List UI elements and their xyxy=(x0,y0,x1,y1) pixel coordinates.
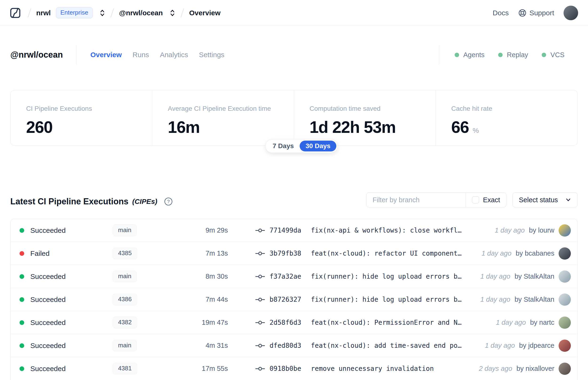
cipe-row[interactable]: Succeeded 4381 17m 55s 0918b0be remove u… xyxy=(11,357,577,380)
breadcrumb-page: Overview xyxy=(189,9,220,17)
commit-text: 0918b0be remove unnecessary invalidation xyxy=(269,365,472,373)
commit-hash: 771499da xyxy=(269,227,301,234)
commit-message: feat(nx-cloud): refactor UI component… xyxy=(311,249,462,257)
stat-card: CI Pipeline Executions260 xyxy=(11,90,152,145)
author: by nartc xyxy=(530,319,554,326)
nx-cloud-logo-icon xyxy=(10,7,21,18)
help-icon[interactable]: ? xyxy=(164,197,173,206)
workspace-title: @nrwl/ocean xyxy=(10,50,63,60)
breadcrumb-slash xyxy=(28,8,31,18)
range-option-7-days[interactable]: 7 Days xyxy=(267,141,300,152)
service-vcs[interactable]: VCS xyxy=(542,51,565,59)
breadcrumb-org[interactable]: nrwl xyxy=(36,9,51,17)
author-avatar xyxy=(559,293,571,306)
commit-hash: 3b79fb38 xyxy=(269,249,301,257)
row-meta: 1 day ago by nartc xyxy=(496,317,571,329)
chevron-up-down-icon xyxy=(99,8,105,18)
tab-runs[interactable]: Runs xyxy=(133,51,149,59)
user-avatar[interactable] xyxy=(564,6,578,20)
tab-overview[interactable]: Overview xyxy=(90,51,122,59)
author: by lourw xyxy=(529,227,554,234)
cipe-filters: Exact Select status xyxy=(366,192,578,208)
row-meta: 1 day ago by StalkAltan xyxy=(480,270,571,283)
stat-card: Cache hit rate66% xyxy=(436,90,578,145)
cipe-duration: 17m 55s xyxy=(160,365,228,373)
commit-text: 3b79fb38 feat(nx-cloud): refactor UI com… xyxy=(269,249,474,257)
branch-cell: 4382 xyxy=(113,317,160,328)
stat-card: Average CI Pipeline Execution time16m xyxy=(152,90,294,145)
author: by nixallover xyxy=(516,365,554,373)
cipe-table: Succeeded main 9m 29s 771499da fix(nx-ap… xyxy=(10,219,578,380)
tab-settings[interactable]: Settings xyxy=(199,51,224,59)
time-ago: 1 day ago xyxy=(481,249,511,257)
support-link[interactable]: Support xyxy=(518,9,554,17)
author: by jdpearce xyxy=(519,342,554,349)
branch-badge: 4386 xyxy=(113,294,137,305)
service-status-list: AgentsReplayVCS xyxy=(439,45,565,64)
stat-value: 260 xyxy=(26,119,148,135)
support-label: Support xyxy=(530,9,554,17)
commit-message: fix(nx-api & workflows): close workfl… xyxy=(311,227,462,234)
time-ago: 1 day ago xyxy=(480,296,510,303)
breadcrumb-workspace[interactable]: @nrwl/ocean xyxy=(119,9,163,17)
commit-text: 2d58f6d3 feat(nx-cloud): PermissionError… xyxy=(269,319,489,326)
cipe-duration: 19m 47s xyxy=(160,319,228,326)
cipe-duration: 7m 44s xyxy=(160,296,228,303)
docs-link[interactable]: Docs xyxy=(493,9,509,17)
service-replay[interactable]: Replay xyxy=(498,51,528,59)
commit-message: remove unnecessary invalidation xyxy=(311,365,434,373)
enterprise-badge: Enterprise xyxy=(56,7,93,18)
tab-analytics[interactable]: Analytics xyxy=(160,51,188,59)
branch-cell: 4381 xyxy=(113,363,160,374)
author-avatar xyxy=(559,362,571,375)
workspace-tabs: OverviewRunsAnalyticsSettings xyxy=(90,51,224,59)
time-ago: 1 day ago xyxy=(480,272,510,280)
branch-filter-group: Exact xyxy=(366,192,506,208)
status-dot xyxy=(19,320,24,325)
cipe-status: Succeeded xyxy=(30,342,113,350)
commit-text: f37a32ae fix(runner): hide log upload er… xyxy=(269,272,473,280)
row-meta: 1 day ago by lourw xyxy=(495,224,571,237)
stat-unit: % xyxy=(473,127,479,134)
branch-cell: 4386 xyxy=(113,294,160,305)
commit-hash: 2d58f6d3 xyxy=(269,319,301,326)
git-commit-icon xyxy=(255,366,265,371)
cipe-row[interactable]: Succeeded 4382 19m 47s 2d58f6d3 feat(nx-… xyxy=(11,311,577,334)
cipe-duration: 4m 31s xyxy=(160,342,228,349)
cipe-row[interactable]: Succeeded main 8m 30s f37a32ae fix(runne… xyxy=(11,265,577,288)
workspace-selector-button[interactable] xyxy=(169,8,175,18)
cipe-row[interactable]: Succeeded 4386 7m 44s b8726327 fix(runne… xyxy=(11,288,577,311)
stat-label: Computation time saved xyxy=(309,105,431,113)
cipe-row[interactable]: Failed 4385 7m 13s 3b79fb38 feat(nx-clou… xyxy=(11,242,577,265)
service-status-dot xyxy=(498,53,503,57)
author: by StalkAltan xyxy=(515,296,554,303)
exact-checkbox[interactable] xyxy=(472,196,479,203)
nx-cloud-logo[interactable] xyxy=(10,7,21,18)
author-avatar xyxy=(559,224,571,237)
status-dot xyxy=(19,343,24,348)
branch-filter-input[interactable] xyxy=(366,196,466,204)
cipe-row[interactable]: Succeeded main 9m 29s 771499da fix(nx-ap… xyxy=(11,219,577,242)
commit-hash: b8726327 xyxy=(269,296,301,303)
range-option-30-days[interactable]: 30 Days xyxy=(300,141,336,152)
org-selector-button[interactable] xyxy=(99,8,105,18)
branch-badge: main xyxy=(113,340,137,351)
stat-label: Cache hit rate xyxy=(451,105,573,113)
row-meta: 2 days ago by nixallover xyxy=(479,362,571,375)
exact-label: Exact xyxy=(483,196,500,204)
branch-badge: 4381 xyxy=(113,363,137,374)
stat-value: 16m xyxy=(168,119,289,135)
divider xyxy=(76,45,77,64)
cipe-duration: 9m 29s xyxy=(160,227,228,234)
workspace-header: @nrwl/ocean OverviewRunsAnalyticsSetting… xyxy=(10,44,565,66)
cipe-status: Succeeded xyxy=(30,365,113,373)
service-agents[interactable]: Agents xyxy=(455,51,485,59)
cipe-row[interactable]: Succeeded main 4m 31s dfed80d3 feat(nx-c… xyxy=(11,334,577,357)
status-select-dropdown[interactable]: Select status xyxy=(512,192,578,208)
cipe-duration: 7m 13s xyxy=(160,249,228,257)
cipe-status: Succeeded xyxy=(30,296,113,304)
cipe-status: Succeeded xyxy=(30,319,113,327)
branch-badge: 4382 xyxy=(113,317,137,328)
cipe-status: Failed xyxy=(30,249,113,258)
service-label: Agents xyxy=(463,51,485,59)
